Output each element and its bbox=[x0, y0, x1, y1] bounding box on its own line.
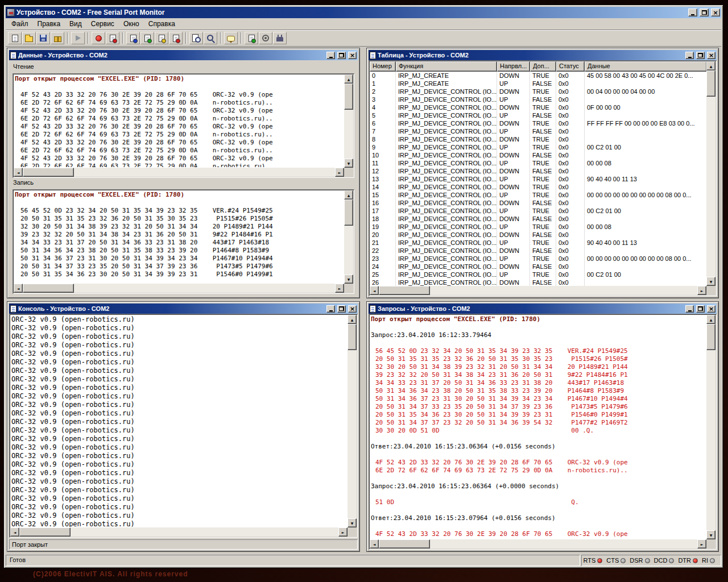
scroll-down-button[interactable]: ▼ bbox=[348, 518, 357, 527]
vertical-scrollbar[interactable]: ▲▼ bbox=[348, 315, 357, 527]
scroll-left-button[interactable]: ◄ bbox=[370, 286, 379, 295]
table-close-button[interactable]: × bbox=[707, 52, 715, 59]
table-row[interactable]: 4IRP_MJ_DEVICE_CONTROL (IO...DOWNTRUE0x0… bbox=[370, 103, 706, 111]
restore-button[interactable] bbox=[700, 9, 709, 16]
horizontal-scrollbar[interactable]: ◄► bbox=[14, 284, 344, 293]
table-minimize-button[interactable] bbox=[685, 52, 694, 59]
table-row[interactable]: 17IRP_MJ_DEVICE_CONTROL (IO...UPTRUE0x00… bbox=[370, 207, 706, 215]
restart-monitoring-button[interactable] bbox=[106, 32, 119, 44]
table-row[interactable]: 9IRP_MJ_DEVICE_CONTROL (IO...UPTRUE0x000… bbox=[370, 143, 706, 151]
find-button[interactable] bbox=[189, 32, 203, 44]
table-row[interactable]: 25IRP_MJ_DEVICE_CONTROL (IO...UPTRUE0x00… bbox=[370, 271, 706, 278]
requests-restore-button[interactable] bbox=[696, 305, 705, 313]
scroll-right-button[interactable]: ► bbox=[335, 284, 344, 293]
horizontal-scrollbar[interactable]: ◄► bbox=[370, 539, 706, 548]
horizontal-scrollbar[interactable]: ◄► bbox=[14, 168, 344, 177]
vertical-scrollbar[interactable]: ▲▼ bbox=[344, 74, 353, 168]
console-close-button[interactable]: × bbox=[348, 305, 357, 313]
scroll-up-button[interactable]: ▲ bbox=[706, 315, 715, 324]
start-monitoring-button[interactable] bbox=[71, 32, 85, 44]
scroll-left-button[interactable]: ◄ bbox=[14, 168, 23, 177]
view-console-button[interactable] bbox=[155, 32, 168, 44]
table-row[interactable]: 10IRP_MJ_DEVICE_CONTROL (IO...DOWNFALSE0… bbox=[370, 151, 706, 159]
table-row[interactable]: 16IRP_MJ_DEVICE_CONTROL (IO...DOWNFALSE0… bbox=[370, 199, 706, 207]
vertical-scroll-thumb[interactable] bbox=[344, 199, 353, 226]
table-row[interactable]: 20IRP_MJ_DEVICE_CONTROL (IO...DOWNFALSE0… bbox=[370, 231, 706, 239]
view-data-button[interactable] bbox=[126, 32, 140, 44]
vertical-scroll-thumb[interactable] bbox=[706, 324, 715, 350]
scroll-up-button[interactable]: ▲ bbox=[344, 74, 353, 84]
table-row[interactable]: 24IRP_MJ_DEVICE_CONTROL (IO...DOWNFALSE0… bbox=[370, 263, 706, 271]
table-row[interactable]: 7IRP_MJ_DEVICE_CONTROL (IO...UPFALSE0x0 bbox=[370, 127, 706, 135]
close-button[interactable]: × bbox=[711, 9, 720, 16]
column-header-5[interactable]: Данные bbox=[585, 61, 706, 72]
table-window-titlebar[interactable]: Таблица - Устройство - COM2 × bbox=[369, 50, 717, 60]
table-row[interactable]: 13IRP_MJ_DEVICE_CONTROL (IO...UPTRUE0x09… bbox=[370, 175, 706, 183]
table-row[interactable]: 22IRP_MJ_DEVICE_CONTROL (IO...DOWNFALSE0… bbox=[370, 247, 706, 255]
horizontal-scroll-thumb[interactable] bbox=[23, 284, 74, 293]
zoom-button[interactable] bbox=[204, 32, 217, 44]
column-header-1[interactable]: Функция bbox=[396, 61, 497, 72]
scroll-down-button[interactable]: ▼ bbox=[344, 159, 353, 168]
column-header-3[interactable]: Доп... bbox=[530, 61, 556, 72]
table-row[interactable]: 26IRP_MJ_DEVICE_CONTROL (IO...DOWNFALSE0… bbox=[370, 278, 706, 286]
table-row[interactable]: 5IRP_MJ_DEVICE_CONTROL (IO...UPFALSE0x0 bbox=[370, 111, 706, 119]
requests-window-titlebar[interactable]: Запросы - Устройство - COM2 × bbox=[369, 304, 717, 314]
help-button[interactable] bbox=[224, 32, 238, 44]
console-restore-button[interactable] bbox=[337, 305, 346, 313]
horizontal-scrollbar[interactable]: ◄► bbox=[370, 286, 706, 295]
requests-close-button[interactable]: × bbox=[707, 305, 715, 313]
new-session-button[interactable] bbox=[8, 32, 22, 44]
scroll-up-button[interactable]: ▲ bbox=[348, 315, 357, 324]
column-header-4[interactable]: Статус bbox=[556, 61, 585, 72]
menu-item-3[interactable]: Сервис bbox=[86, 18, 119, 30]
scroll-down-button[interactable]: ▼ bbox=[344, 275, 353, 284]
view-table-button[interactable] bbox=[140, 32, 154, 44]
data-minimize-button[interactable] bbox=[326, 52, 335, 59]
view-requests-button[interactable] bbox=[169, 32, 183, 44]
table-row[interactable]: 21IRP_MJ_DEVICE_CONTROL (IO...UPTRUE0x09… bbox=[370, 239, 706, 247]
table-row[interactable]: 1IRP_MJ_CREATEUPFALSE0x0 bbox=[370, 80, 706, 88]
console-window-titlebar[interactable]: Консоль - Устройство - COM2 × bbox=[9, 304, 358, 314]
scroll-down-button[interactable]: ▼ bbox=[706, 277, 715, 286]
stop-monitoring-button[interactable] bbox=[92, 32, 105, 44]
app-titlebar[interactable]: Устройство - COM2 - Free Serial Port Mon… bbox=[6, 7, 721, 18]
options-button[interactable] bbox=[259, 32, 272, 44]
scroll-down-button[interactable]: ▼ bbox=[706, 530, 715, 539]
scroll-right-button[interactable]: ► bbox=[338, 527, 348, 537]
open-button[interactable] bbox=[22, 32, 36, 44]
scroll-up-button[interactable]: ▲ bbox=[706, 61, 715, 70]
minimize-button[interactable] bbox=[688, 9, 697, 16]
scroll-right-button[interactable]: ► bbox=[697, 539, 706, 548]
horizontal-scroll-thumb[interactable] bbox=[23, 168, 74, 177]
scroll-left-button[interactable]: ◄ bbox=[370, 539, 379, 548]
vertical-scroll-thumb[interactable] bbox=[348, 324, 357, 350]
log-button[interactable] bbox=[245, 32, 258, 44]
horizontal-scroll-thumb[interactable] bbox=[19, 527, 71, 537]
menu-item-2[interactable]: Вид bbox=[65, 18, 86, 30]
column-header-0[interactable]: Номер bbox=[370, 61, 396, 72]
console-minimize-button[interactable] bbox=[326, 305, 335, 313]
console-pane[interactable]: ORC-32 v0.9 (open-robotics.ru)ORC-32 v0.… bbox=[9, 314, 358, 538]
save-button[interactable] bbox=[36, 32, 50, 44]
table-row[interactable]: 2IRP_MJ_DEVICE_CONTROL (IO...DOWNTRUE0x0… bbox=[370, 88, 706, 95]
table-row[interactable]: 23IRP_MJ_DEVICE_CONTROL (IO...UPTRUE0x00… bbox=[370, 255, 706, 263]
write-pane[interactable]: Порт открыт процессом "EXCEL.EXE" (PID: … bbox=[13, 189, 354, 294]
scroll-up-button[interactable]: ▲ bbox=[344, 190, 353, 199]
table-row[interactable]: 6IRP_MJ_DEVICE_CONTROL (IO...DOWNTRUE0x0… bbox=[370, 119, 706, 127]
data-close-button[interactable]: × bbox=[348, 52, 357, 59]
connect-button[interactable] bbox=[273, 32, 287, 44]
table-row[interactable]: 14IRP_MJ_DEVICE_CONTROL (IO...DOWNTRUE0x… bbox=[370, 183, 706, 191]
table-row[interactable]: 12IRP_MJ_DEVICE_CONTROL (IO...DOWNFALSE0… bbox=[370, 167, 706, 175]
scroll-left-button[interactable]: ◄ bbox=[14, 284, 23, 293]
vertical-scrollbar[interactable]: ▲▼ bbox=[706, 61, 715, 286]
menu-item-0[interactable]: Файл bbox=[7, 18, 33, 30]
read-pane[interactable]: Порт открыт процессом "EXCEL.EXE" (PID: … bbox=[13, 73, 354, 178]
vertical-scrollbar[interactable]: ▲▼ bbox=[344, 190, 353, 284]
column-header-2[interactable]: Напрвл... bbox=[497, 61, 530, 72]
vertical-scroll-thumb[interactable] bbox=[706, 70, 715, 97]
data-window-titlebar[interactable]: Данные - Устройство - COM2 × bbox=[9, 50, 358, 60]
table-row[interactable]: 0IRP_MJ_CREATEDOWNTRUE0x045 00 58 00 43 … bbox=[370, 72, 706, 80]
requests-pane[interactable]: Порт открыт процессом "EXCEL.EXE" (PID: … bbox=[369, 314, 717, 550]
table-row[interactable]: 19IRP_MJ_DEVICE_CONTROL (IO...UPTRUE0x00… bbox=[370, 223, 706, 231]
